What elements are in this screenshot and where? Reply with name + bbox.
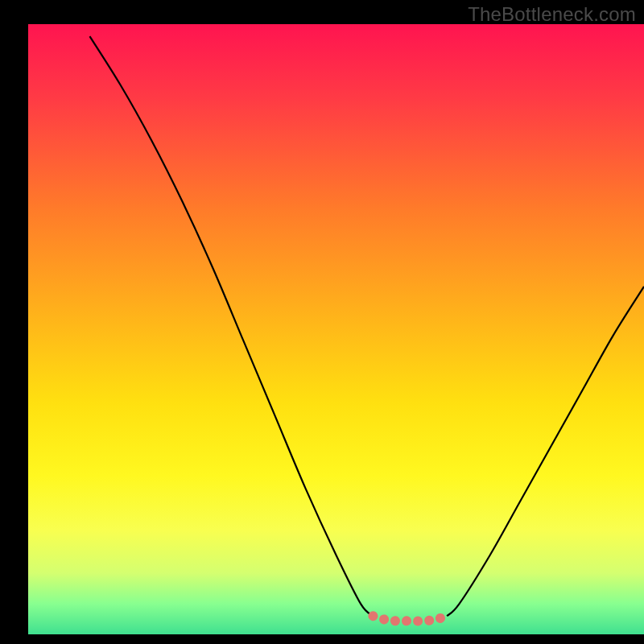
plot-area (0, 0, 644, 644)
watermark-text: TheBottleneck.com (468, 3, 636, 26)
bottleneck-curve-chart (0, 0, 644, 644)
chart-frame: TheBottleneck.com (0, 0, 644, 644)
gradient-background (28, 24, 644, 634)
